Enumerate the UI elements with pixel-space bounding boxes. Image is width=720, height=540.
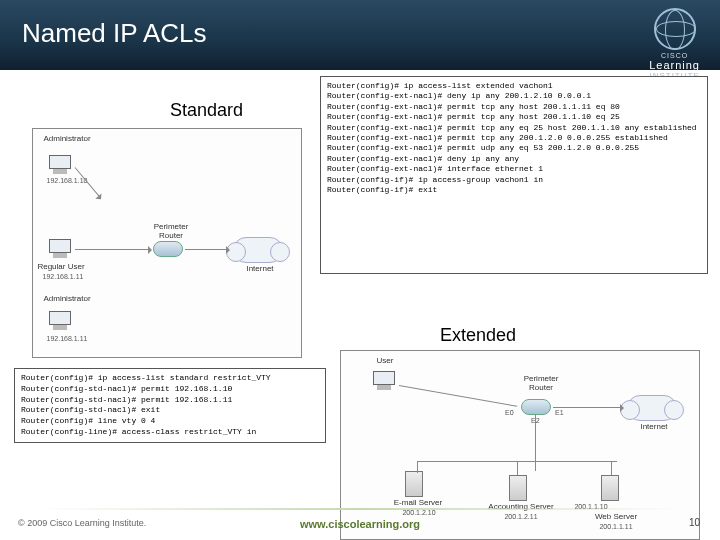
extended-acl-code: Router(config)# ip access-list extended … — [320, 76, 708, 274]
link-line — [417, 461, 418, 473]
link-line — [75, 249, 151, 250]
link-line — [611, 461, 612, 475]
link-line — [399, 385, 517, 407]
e1-label: E1 — [555, 409, 564, 417]
standard-label: Standard — [170, 100, 243, 121]
perimeter2-label: Perimeter Router — [513, 375, 569, 393]
link-line — [517, 461, 518, 475]
link-line — [185, 249, 229, 250]
standard-acl-code: Router(config)# ip access-list standard … — [14, 368, 326, 443]
slide-title: Named IP ACLs — [22, 18, 207, 49]
router-icon — [521, 399, 551, 415]
reguser-label: Regular User — [31, 263, 91, 272]
pc-icon — [47, 239, 73, 261]
server-icon — [509, 475, 527, 501]
standard-topology-diagram: Administrator 192.168.1.10 Regular User … — [32, 128, 302, 358]
copyright-text: © 2009 Cisco Learning Institute. — [18, 518, 146, 528]
e0-label: E0 — [505, 409, 514, 417]
server-icon — [601, 475, 619, 501]
cloud-icon — [627, 395, 677, 421]
perimeter-label: Perimeter Router — [145, 223, 197, 241]
slide-footer: © 2009 Cisco Learning Institute. www.cis… — [0, 500, 720, 540]
user-label: User — [365, 357, 405, 366]
footer-divider — [40, 508, 680, 510]
internet2-label: Internet — [631, 423, 677, 432]
extended-label: Extended — [440, 325, 516, 346]
admin2-ip: 192.168.1.11 — [37, 335, 97, 343]
slide-body: Standard Extended Router(config)# ip acc… — [0, 70, 720, 500]
cloud-icon — [233, 237, 283, 263]
page-number: 10 — [689, 517, 700, 528]
link-line — [553, 407, 623, 408]
logo-cisco-text: CISCO — [649, 52, 700, 59]
slide-header: Named IP ACLs CISCO Learning INSTITUTE — [0, 0, 720, 70]
server-icon — [405, 471, 423, 497]
link-line — [535, 415, 536, 471]
admin2-label: Administrator — [37, 295, 97, 304]
router-icon — [153, 241, 183, 257]
reguser-ip: 192.168.1.11 — [33, 273, 93, 281]
pc-icon — [47, 311, 73, 333]
admin-label: Administrator — [37, 135, 97, 144]
footer-url: www.ciscolearning.org — [300, 518, 420, 530]
pc-icon — [371, 371, 397, 393]
internet-label: Internet — [237, 265, 283, 274]
pc-icon — [47, 155, 73, 177]
globe-icon — [654, 8, 696, 50]
